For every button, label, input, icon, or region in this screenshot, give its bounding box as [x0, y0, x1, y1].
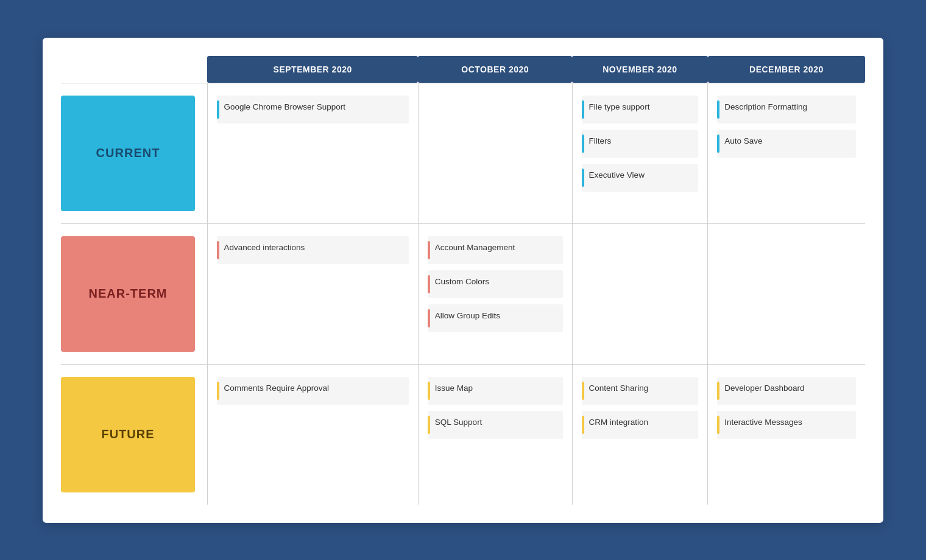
feature-item: SQL Support: [428, 411, 563, 439]
current-nov-content: File type support Filters Executive View: [582, 96, 699, 192]
feature-bar-yellow: [717, 382, 719, 400]
header-dec: DECEMBER 2020: [708, 56, 865, 83]
future-dec-content: Developer Dashboard Interactive Messages: [717, 377, 856, 439]
current-dec-content: Description Formatting Auto Save: [717, 96, 856, 158]
feature-bar-salmon: [428, 275, 430, 293]
feature-bar-yellow: [582, 382, 584, 400]
header-row: SEPTEMBER 2020 OCTOBER 2020 NOVEMBER 202…: [61, 56, 865, 83]
feature-text: Account Management: [435, 241, 515, 254]
feature-text: Advanced interactions: [224, 241, 305, 254]
roadmap-table: SEPTEMBER 2020 OCTOBER 2020 NOVEMBER 202…: [61, 56, 865, 505]
feature-text: SQL Support: [435, 416, 482, 429]
feature-bar-yellow: [428, 416, 430, 434]
feature-item: Interactive Messages: [717, 411, 856, 439]
outer-container: SEPTEMBER 2020 OCTOBER 2020 NOVEMBER 202…: [0, 0, 926, 560]
feature-item: Issue Map: [428, 377, 563, 405]
feature-item: Account Management: [428, 236, 563, 264]
feature-bar-cyan: [217, 100, 219, 119]
future-sep-content: Comments Require Approval: [217, 377, 409, 425]
future-oct-content: Issue Map SQL Support: [428, 377, 563, 439]
feature-item: File type support: [582, 96, 699, 124]
feature-item: Comments Require Approval: [217, 377, 409, 405]
feature-item: Developer Dashboard: [717, 377, 856, 405]
feature-text: Auto Save: [724, 135, 762, 147]
feature-bar-yellow: [217, 382, 219, 400]
nearterm-sep-content: Advanced interactions: [217, 236, 409, 285]
feature-text: Allow Group Edits: [435, 309, 500, 322]
feature-bar-salmon: [428, 241, 430, 259]
future-oct-cell: Issue Map SQL Support: [418, 364, 572, 505]
category-box-current: CURRENT: [61, 96, 195, 211]
future-nov-content: Content Sharing CRM integration: [582, 377, 699, 439]
nearterm-nov-content: [582, 236, 699, 285]
feature-text: Issue Map: [435, 382, 473, 394]
roadmap-card: SEPTEMBER 2020 OCTOBER 2020 NOVEMBER 202…: [43, 38, 883, 523]
category-box-nearterm: NEAR-TERM: [61, 236, 195, 352]
header-nov: NOVEMBER 2020: [572, 56, 708, 83]
current-sep-cell: Google Chrome Browser Support: [207, 83, 418, 223]
feature-item: Custom Colors: [428, 270, 563, 298]
feature-bar-cyan: [717, 100, 719, 119]
category-label-nearterm: NEAR-TERM: [89, 287, 168, 301]
current-nov-cell: File type support Filters Executive View: [572, 83, 708, 223]
feature-item: Content Sharing: [582, 377, 699, 405]
feature-item: Auto Save: [717, 130, 856, 158]
feature-bar-yellow: [582, 416, 584, 434]
current-oct-cell: [418, 83, 572, 223]
feature-text: Developer Dashboard: [724, 382, 804, 394]
current-sep-content: Google Chrome Browser Support: [217, 96, 409, 144]
feature-item: Executive View: [582, 164, 699, 192]
nearterm-oct-cell: Account Management Custom Colors Allow G…: [418, 223, 572, 364]
nearterm-nov-cell: [572, 223, 708, 364]
feature-text: Filters: [589, 135, 612, 147]
current-oct-content: [428, 96, 563, 144]
feature-text: Executive View: [589, 169, 645, 181]
feature-text: CRM integration: [589, 416, 649, 429]
feature-text: File type support: [589, 100, 650, 113]
category-box-future: FUTURE: [61, 377, 195, 492]
future-nov-cell: Content Sharing CRM integration: [572, 364, 708, 505]
future-dec-cell: Developer Dashboard Interactive Messages: [708, 364, 865, 505]
category-label-future: FUTURE: [101, 427, 154, 441]
feature-bar-salmon: [217, 241, 219, 259]
feature-bar-yellow: [428, 382, 430, 400]
feature-item: Advanced interactions: [217, 236, 409, 264]
header-empty-cell: [61, 56, 207, 83]
feature-item: Allow Group Edits: [428, 304, 563, 332]
category-cell-future: FUTURE: [61, 364, 207, 505]
row-nearterm: NEAR-TERM Advanced interactions: [61, 223, 865, 364]
category-cell-nearterm: NEAR-TERM: [61, 223, 207, 364]
feature-item: CRM integration: [582, 411, 699, 439]
row-current: CURRENT Google Chrome Browser Support: [61, 83, 865, 223]
feature-item: Description Formatting: [717, 96, 856, 124]
feature-text: Description Formatting: [724, 100, 807, 113]
feature-bar-cyan: [582, 100, 584, 119]
feature-text: Custom Colors: [435, 275, 489, 288]
feature-bar-cyan: [717, 135, 719, 153]
feature-bar-cyan: [582, 135, 584, 153]
feature-bar-cyan: [582, 169, 584, 187]
feature-item: Google Chrome Browser Support: [217, 96, 409, 124]
feature-text: Content Sharing: [589, 382, 649, 394]
header-oct: OCTOBER 2020: [418, 56, 572, 83]
feature-bar-salmon: [428, 309, 430, 327]
header-sep: SEPTEMBER 2020: [207, 56, 418, 83]
feature-text: Interactive Messages: [724, 416, 802, 429]
nearterm-dec-cell: [708, 223, 865, 364]
feature-bar-yellow: [717, 416, 719, 434]
feature-item: Filters: [582, 130, 699, 158]
category-label-current: CURRENT: [96, 146, 160, 160]
nearterm-sep-cell: Advanced interactions: [207, 223, 418, 364]
nearterm-oct-content: Account Management Custom Colors Allow G…: [428, 236, 563, 332]
feature-text: Comments Require Approval: [224, 382, 330, 394]
category-cell-current: CURRENT: [61, 83, 207, 223]
future-sep-cell: Comments Require Approval: [207, 364, 418, 505]
feature-text: Google Chrome Browser Support: [224, 100, 346, 113]
nearterm-dec-content: [717, 236, 856, 285]
current-dec-cell: Description Formatting Auto Save: [708, 83, 865, 223]
row-future: FUTURE Comments Require Approval: [61, 364, 865, 505]
